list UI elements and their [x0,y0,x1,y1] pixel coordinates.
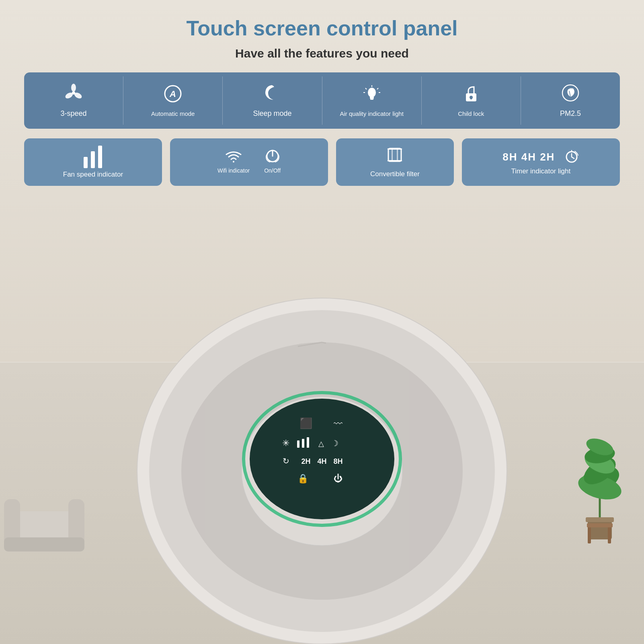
svg-rect-57 [608,525,611,543]
svg-rect-20 [392,148,393,161]
top-feature-bar: 3-speed A Automatic mode Sleep mode [24,72,620,129]
wifi-icon [217,148,250,167]
feature-pm25[interactable]: PM2.5 [521,76,620,125]
feature-auto-label: Automatic mode [151,110,195,118]
svg-line-31 [322,342,326,343]
svg-text:8H: 8H [333,457,343,465]
page-title: Touch screen control panel [0,16,644,40]
svg-rect-39 [307,437,309,448]
fan-bar-1 [84,157,88,168]
leaf-icon [560,83,580,106]
feature-sleep-label: Sleep mode [253,109,291,118]
svg-rect-8 [370,99,373,100]
fan-bar-2 [91,151,95,168]
svg-rect-58 [588,525,591,543]
timer-times: 8H 4H 2H [502,151,555,163]
lock-icon [461,84,481,107]
wifi-label: Wifi indicator [217,167,250,174]
svg-text:⏻: ⏻ [334,473,343,484]
svg-text:A: A [169,89,176,99]
feature-timer-label: Timer indicator light [511,167,570,175]
feature-auto[interactable]: A Automatic mode [123,76,223,125]
svg-text:☽: ☽ [331,439,338,448]
svg-line-11 [377,88,378,89]
svg-rect-16 [470,97,472,99]
feature-fan-speed-label: Fan speed indicator [63,171,123,179]
feature-sleep[interactable]: Sleep mode [223,76,322,125]
svg-rect-23 [388,160,402,161]
feature-filter-label: Convertible filter [370,170,420,178]
device-svg: ⬛ 〰 ✳ △ ☽ ↻ 2H 4H 8H 🔒 ⏻ [101,262,543,644]
svg-text:△: △ [318,440,324,448]
svg-rect-19 [388,148,401,161]
feature-air-quality[interactable]: Air quality indicator light [322,76,422,125]
svg-rect-7 [370,97,374,99]
feature-3speed-label: 3-speed [61,109,87,118]
svg-point-1 [71,84,76,92]
auto-icon: A [163,84,183,107]
svg-text:✳: ✳ [282,438,289,448]
plant-decoration [568,431,632,543]
feature-fan-speed[interactable]: Fan speed indicator [24,138,162,186]
sofa-decoration [0,459,88,572]
feature-filter[interactable]: Convertible filter [336,138,453,186]
svg-text:↻: ↻ [283,457,289,465]
wifi-onoff-icons: Wifi indicator On/Off [217,148,281,174]
header-section: Touch screen control panel Have all the … [0,0,644,60]
bulb-icon [362,84,382,107]
fan-speed-icons [84,146,102,168]
svg-rect-59 [587,523,613,527]
page-subtitle: Have all the features you need [0,47,644,60]
svg-rect-38 [302,439,304,448]
svg-rect-49 [586,517,614,522]
moon-icon [262,83,282,106]
filter-icons [386,146,404,168]
svg-text:4H: 4H [317,457,326,465]
svg-rect-21 [397,148,398,161]
features-section: 3-speed A Automatic mode Sleep mode [0,60,644,186]
svg-text:2H: 2H [301,457,310,465]
onoff-label: On/Off [264,167,281,174]
svg-point-6 [368,88,376,97]
svg-line-10 [365,88,367,89]
svg-rect-37 [297,440,299,448]
bottom-feature-row: Fan speed indicator Wifi indicator [24,138,620,186]
fan-speed-bars [84,146,102,168]
timer-icons: 8H 4H 2H [502,149,579,165]
fan-bar-3 [98,146,102,168]
feature-child-lock[interactable]: Child lock [422,76,521,125]
svg-rect-63 [4,537,84,551]
feature-pm25-label: PM2.5 [560,109,581,118]
feature-child-label: Child lock [458,110,484,118]
svg-text:⬛: ⬛ [299,417,313,430]
power-icon [264,148,281,167]
svg-text:〰: 〰 [334,419,343,429]
feature-timer[interactable]: 8H 4H 2H Timer indicator light [462,138,620,186]
svg-text:🔒: 🔒 [297,473,309,484]
device-body: ⬛ 〰 ✳ △ ☽ ↻ 2H 4H 8H 🔒 ⏻ [101,262,543,644]
feature-air-label: Air quality indicator light [340,110,403,118]
feature-wifi-onoff[interactable]: Wifi indicator On/Off [170,138,328,186]
filter-icon [386,146,404,168]
feature-3speed[interactable]: 3-speed [24,76,123,125]
svg-rect-22 [388,148,402,150]
fan-icon [64,83,84,106]
